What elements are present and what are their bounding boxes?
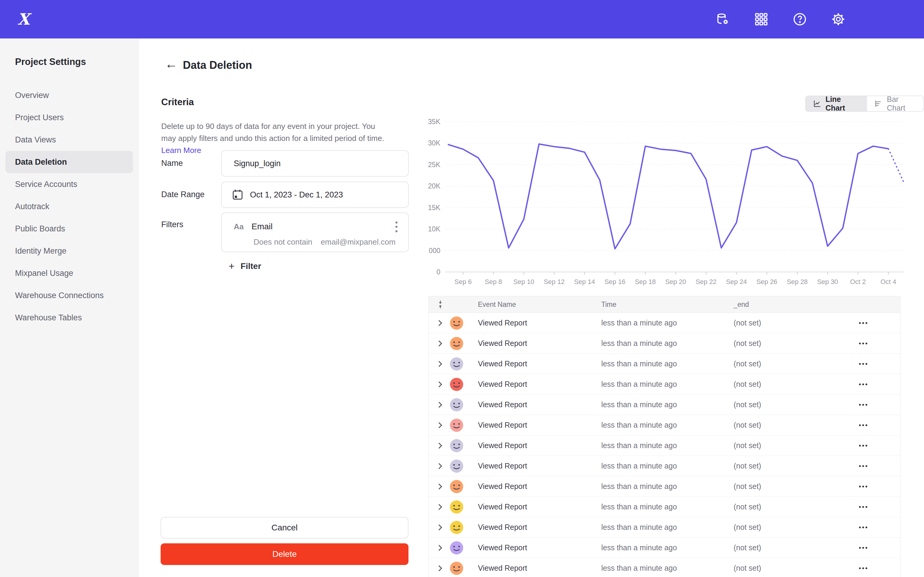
expand-chevron-icon[interactable] — [436, 422, 442, 428]
delete-button[interactable]: Delete — [161, 543, 409, 565]
table-row[interactable]: Viewed Reportless than a minute ago(not … — [429, 374, 900, 395]
row-actions-icon[interactable]: ••• — [845, 421, 900, 429]
page-title: Data Deletion — [183, 59, 252, 71]
table-row[interactable]: Viewed Reportless than a minute ago(not … — [429, 538, 900, 558]
date-range-input[interactable]: Oct 1, 2023 - Dec 1, 2023 — [221, 182, 409, 208]
end-cell: (not set) — [725, 564, 845, 572]
line-chart-toggle[interactable]: Line Chart — [806, 96, 867, 111]
user-avatar-icon — [450, 357, 464, 371]
row-actions-icon[interactable]: ••• — [845, 401, 900, 409]
expand-chevron-icon[interactable] — [436, 484, 442, 490]
name-input[interactable]: Signup_login — [221, 150, 409, 177]
svg-text:Sep 26: Sep 26 — [756, 278, 777, 285]
end-cell: (not set) — [725, 462, 845, 470]
user-avatar-icon — [450, 500, 464, 514]
cancel-button[interactable]: Cancel — [161, 517, 409, 538]
end-cell: (not set) — [725, 380, 845, 388]
sidebar-item-service-accounts[interactable]: Service Accounts — [0, 173, 138, 195]
table-row[interactable]: Viewed Reportless than a minute ago(not … — [429, 435, 900, 456]
time-cell: less than a minute ago — [592, 380, 725, 388]
filter-value[interactable]: email@mixpanel.com — [321, 237, 396, 247]
table-row[interactable]: Viewed Reportless than a minute ago(not … — [429, 558, 900, 577]
filter-operator[interactable]: Does not contain — [254, 237, 312, 247]
back-arrow-icon[interactable]: ← — [165, 58, 178, 70]
row-actions-icon[interactable]: ••• — [845, 544, 900, 552]
user-avatar-icon — [450, 377, 464, 391]
expand-chevron-icon[interactable] — [436, 381, 442, 387]
row-actions-icon[interactable]: ••• — [845, 462, 900, 470]
col-header-time[interactable]: Time — [592, 301, 725, 309]
criteria-heading: Criteria — [161, 97, 194, 108]
event-name-cell: Viewed Report — [469, 441, 592, 450]
sidebar-item-identity-merge[interactable]: Identity Merge — [0, 240, 138, 262]
sidebar-item-project-users[interactable]: Project Users — [0, 106, 138, 129]
col-header-end[interactable]: _end — [725, 301, 845, 309]
table-row[interactable]: Viewed Reportless than a minute ago(not … — [429, 313, 900, 333]
apps-grid-icon[interactable] — [754, 12, 769, 27]
expand-chevron-icon[interactable] — [436, 402, 442, 408]
expand-chevron-icon[interactable] — [436, 463, 442, 469]
row-actions-icon[interactable]: ••• — [845, 360, 900, 368]
expand-chevron-icon[interactable] — [436, 565, 442, 571]
table-row[interactable]: Viewed Reportless than a minute ago(not … — [429, 456, 900, 476]
row-actions-icon[interactable]: ••• — [845, 483, 900, 490]
svg-text:Sep 24: Sep 24 — [726, 278, 747, 285]
row-actions-icon[interactable]: ••• — [845, 340, 900, 347]
sidebar-item-autotrack[interactable]: Autotrack — [0, 195, 138, 218]
event-name-cell: Viewed Report — [469, 543, 592, 552]
mixpanel-logo[interactable]: X — [18, 11, 29, 27]
svg-text:Oct 2: Oct 2 — [850, 278, 866, 285]
row-actions-icon[interactable]: ••• — [845, 380, 900, 388]
end-cell: (not set) — [725, 339, 845, 348]
sidebar-item-mixpanel-usage[interactable]: Mixpanel Usage — [0, 262, 138, 284]
filter-card[interactable]: Aa Email ••• Does not contain email@mixp… — [221, 213, 409, 252]
svg-text:Sep 22: Sep 22 — [696, 278, 717, 285]
user-avatar-icon — [450, 418, 464, 432]
row-actions-icon[interactable]: ••• — [845, 319, 900, 327]
sidebar-item-data-views[interactable]: Data Views — [0, 129, 138, 151]
table-row[interactable]: Viewed Reportless than a minute ago(not … — [429, 354, 900, 374]
end-cell: (not set) — [725, 543, 845, 552]
sidebar-item-warehouse-connections[interactable]: Warehouse Connections — [0, 284, 138, 306]
event-name-cell: Viewed Report — [469, 421, 592, 429]
row-actions-icon[interactable]: ••• — [845, 442, 900, 450]
time-cell: less than a minute ago — [592, 400, 725, 409]
user-avatar-icon — [450, 521, 464, 534]
expand-chevron-icon[interactable] — [436, 504, 442, 510]
table-row[interactable]: Viewed Reportless than a minute ago(not … — [429, 497, 900, 517]
table-row[interactable]: Viewed Reportless than a minute ago(not … — [429, 476, 900, 497]
expand-chevron-icon[interactable] — [436, 320, 442, 326]
expand-chevron-icon[interactable] — [436, 524, 442, 530]
expand-chevron-icon[interactable] — [436, 443, 442, 449]
col-header-event-name[interactable]: Event Name — [469, 301, 592, 309]
expand-chevron-icon[interactable] — [436, 361, 442, 367]
sidebar-item-public-boards[interactable]: Public Boards — [0, 218, 138, 240]
row-actions-icon[interactable]: ••• — [845, 564, 900, 572]
date-range-label: Date Range — [161, 190, 205, 199]
settings-gear-icon[interactable] — [831, 12, 846, 27]
table-row[interactable]: Viewed Reportless than a minute ago(not … — [429, 517, 900, 538]
sidebar-item-overview[interactable]: Overview — [0, 84, 138, 106]
row-actions-icon[interactable]: ••• — [845, 524, 900, 531]
sidebar-item-warehouse-tables[interactable]: Warehouse Tables — [0, 306, 138, 329]
sidebar-items: OverviewProject UsersData ViewsData Dele… — [0, 84, 138, 329]
row-actions-icon[interactable]: ••• — [845, 503, 900, 511]
table-row[interactable]: Viewed Reportless than a minute ago(not … — [429, 395, 900, 415]
add-filter-button[interactable]: + Filter — [229, 260, 261, 272]
plus-icon: + — [229, 260, 234, 272]
data-settings-icon[interactable] — [715, 12, 730, 27]
event-name-cell: Viewed Report — [469, 339, 592, 348]
bar-chart-toggle[interactable]: Bar Chart — [867, 96, 923, 111]
sort-icon[interactable] — [435, 300, 446, 309]
bar-chart-label: Bar Chart — [887, 95, 916, 112]
help-icon[interactable] — [792, 12, 807, 27]
table-row[interactable]: Viewed Reportless than a minute ago(not … — [429, 415, 900, 435]
table-row[interactable]: Viewed Reportless than a minute ago(not … — [429, 333, 900, 354]
kebab-menu-icon[interactable]: ••• — [392, 220, 401, 233]
event-name-cell: Viewed Report — [469, 564, 592, 572]
expand-chevron-icon[interactable] — [436, 340, 442, 347]
expand-chevron-icon[interactable] — [436, 545, 442, 551]
learn-more-link[interactable]: Learn More — [161, 146, 201, 155]
event-name-cell: Viewed Report — [469, 503, 592, 511]
sidebar-item-data-deletion[interactable]: Data Deletion — [5, 151, 133, 173]
